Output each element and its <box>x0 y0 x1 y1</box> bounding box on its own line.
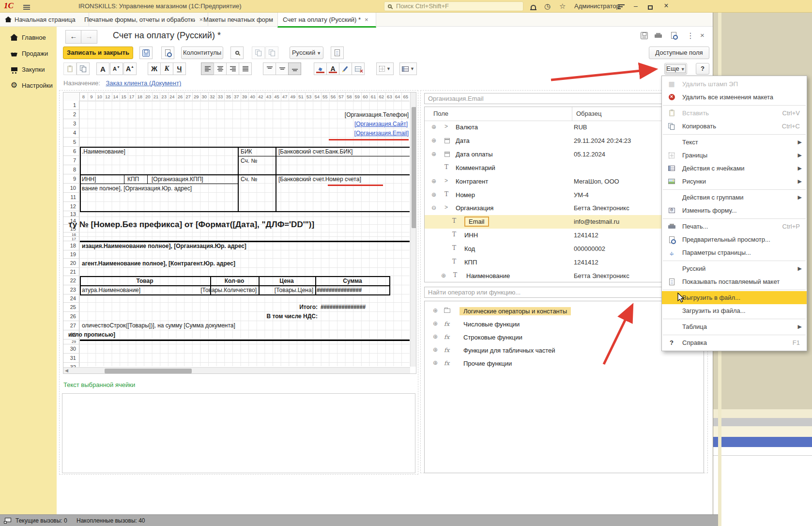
language-select[interactable]: Русский▼ <box>290 46 323 59</box>
vertical-scrollbar-thumb[interactable] <box>412 107 416 228</box>
sheet-row-header[interactable]: 31 <box>63 354 79 363</box>
align-justify-button[interactable] <box>239 62 252 75</box>
align-right-button[interactable] <box>226 62 239 75</box>
sheet-cell-text[interactable]: БИК <box>241 148 252 155</box>
sheet-col-header[interactable]: 58 <box>345 93 354 101</box>
favorites-icon[interactable]: ☆ <box>559 2 566 11</box>
sheet-row-header[interactable]: 30 <box>63 344 79 354</box>
tab-2[interactable]: Печатные формы, отчеты и обработки× <box>79 13 208 26</box>
expand-icon[interactable]: ⊕ <box>433 320 438 327</box>
sheet-cell-text[interactable]: [Банковский счет.Банк.БИК] <box>278 148 352 155</box>
menu-item-удалить-все-изменения-макета[interactable]: Удалить все изменения макета <box>662 91 807 104</box>
sheet-cell-text[interactable]: Сч. № <box>241 157 257 165</box>
sheet-corner[interactable] <box>63 93 80 101</box>
valign-bottom-button[interactable] <box>288 62 301 75</box>
headers-footers-button[interactable]: Колонтитулы <box>181 46 223 59</box>
sheet-col-header[interactable]: 33 <box>216 93 225 101</box>
preview-icon[interactable] <box>671 32 676 40</box>
sheet-col-header[interactable]: 59 <box>353 93 362 101</box>
sheet-cell-text[interactable]: Цена <box>279 277 294 285</box>
font-smaller-button[interactable]: A▼ <box>110 62 123 75</box>
sheet-cell-text[interactable]: Итого: <box>299 303 318 311</box>
sheet-row-header[interactable]: 20 <box>63 259 79 268</box>
save-icon[interactable] <box>641 32 648 41</box>
menu-item-текст[interactable]: Текст▶ <box>662 136 807 149</box>
sheet-row-header[interactable]: 26 <box>63 312 79 321</box>
sheet-col-header[interactable]: 45 <box>273 93 281 101</box>
tab-close-icon[interactable]: × <box>365 16 368 23</box>
sheet-col-header[interactable]: 30 <box>200 93 209 101</box>
sheet-cell-text[interactable]: .Наименование] <box>82 148 125 155</box>
clear-format-button[interactable] <box>352 62 365 75</box>
sheet-col-header[interactable]: 24 <box>168 93 177 101</box>
sheet-col-header[interactable]: 9 <box>88 93 96 101</box>
menu-item-загрузить-из-файла-[interactable]: Загрузить из файла... <box>662 304 807 317</box>
available-fields-button[interactable]: Доступные поля <box>649 46 709 59</box>
sheet-row-header[interactable]: 12 <box>63 202 79 211</box>
sheet-row-header[interactable]: 11 <box>63 193 79 202</box>
sheet-column-headers[interactable]: 8910121415171820212324262729303233353739… <box>79 93 410 101</box>
fill-color-button[interactable]: ◆ <box>314 62 327 75</box>
sheet-cell-text[interactable]: Товар <box>136 277 153 285</box>
sheet-col-header[interactable]: 32 <box>208 93 217 101</box>
sheet-col-header[interactable]: 10 <box>95 93 104 101</box>
sheet-row-header[interactable]: 8 <box>63 165 79 174</box>
sheet-cell-text[interactable]: атура.Наименование] <box>82 286 140 294</box>
menu-item-действия-с-ячейками[interactable]: Действия с ячейками▶ <box>662 162 807 175</box>
expand-icon[interactable]: ⊕ <box>433 346 438 353</box>
sheet-col-header[interactable]: 42 <box>257 93 265 101</box>
bold-button[interactable]: Ж <box>148 62 161 75</box>
menu-item-изменить-форму-[interactable]: Изменить форму... <box>662 204 807 217</box>
menu-item-русский[interactable]: Русский▶ <box>662 262 807 275</box>
menu-item-выгрузить-в-файл-[interactable]: Выгрузить в файл... <box>662 291 807 304</box>
menu-item-границы[interactable]: Границы▶ <box>662 149 807 162</box>
sidebar-item-home[interactable]: Главное <box>0 31 57 44</box>
sheet-col-header[interactable]: 47 <box>281 93 290 101</box>
tab-3[interactable]: Макеты печатных форм× <box>199 13 287 26</box>
valign-top-button[interactable] <box>263 62 276 75</box>
sheet-col-header[interactable]: 63 <box>385 93 394 101</box>
sheet-col-header[interactable]: 23 <box>160 93 169 101</box>
sheet-cell-text[interactable]: ############### <box>317 286 362 294</box>
sheet-col-header[interactable]: 37 <box>232 93 241 101</box>
sheet-row-header[interactable]: 3 <box>63 119 79 128</box>
sheet-col-header[interactable]: 61 <box>369 93 378 101</box>
selected-cell-text-area[interactable] <box>62 393 415 473</box>
template-view-button[interactable] <box>331 46 344 59</box>
back-button[interactable]: ← <box>65 30 82 44</box>
sheet-row-header[interactable]: 18 <box>63 241 79 250</box>
expand-icon[interactable]: ⊕ <box>433 307 438 314</box>
column-header-field[interactable]: Поле <box>433 107 448 121</box>
field-label[interactable]: ИНН <box>464 232 478 239</box>
sheet-cell-text[interactable]: [Организация.Телефон] <box>345 111 409 119</box>
font-bigger-button[interactable]: A▲ <box>123 62 137 75</box>
function-group-label[interactable]: Логические операторы и константы <box>460 307 571 315</box>
sheet-col-header[interactable]: 60 <box>361 93 370 101</box>
field-label[interactable]: Комментарий <box>456 164 495 171</box>
close-window-button[interactable]: × <box>661 1 671 10</box>
sheet-cell-text[interactable]: [Организация.КПП] <box>152 175 203 183</box>
function-group-label[interactable]: Строковые функции <box>460 333 526 341</box>
sheet-cell-text[interactable]: [Организация.Email] <box>354 129 409 137</box>
sheet-col-header[interactable]: 21 <box>152 93 161 101</box>
function-group-row[interactable]: ⊕fxПрочие функции <box>425 357 704 370</box>
copy-appearance-button[interactable] <box>252 46 265 59</box>
sheet-row-header[interactable]: 23 <box>63 285 79 294</box>
menu-item-таблица[interactable]: Таблица▶ <box>662 320 807 333</box>
purpose-link[interactable]: Заказ клиента (Документ) <box>106 79 181 87</box>
sheet-row-header[interactable]: 19 <box>63 250 79 259</box>
menu-item-копировать[interactable]: КопироватьCtrl+C <box>662 120 807 133</box>
paste-icon[interactable] <box>63 62 77 75</box>
collapse-icon[interactable]: ⊖ <box>431 204 436 211</box>
sheet-cell-text[interactable]: вание полное], [Организация.Юр. адрес] <box>82 185 192 192</box>
sheet-col-header[interactable]: 8 <box>79 93 88 101</box>
help-button[interactable]: ? <box>696 63 709 75</box>
align-left-button[interactable] <box>201 62 214 75</box>
print-icon[interactable] <box>655 33 662 40</box>
sheet-row-header[interactable]: 6 <box>63 147 79 156</box>
user-name[interactable]: Администратор <box>574 2 620 10</box>
sheet-col-header[interactable]: 65 <box>401 93 410 101</box>
sheet-row-header[interactable]: 29 <box>63 340 79 344</box>
menu-item-удалить-штамп-эп[interactable]: Удалить штамп ЭП <box>662 77 807 91</box>
sheet-col-header[interactable]: 53 <box>305 93 314 101</box>
